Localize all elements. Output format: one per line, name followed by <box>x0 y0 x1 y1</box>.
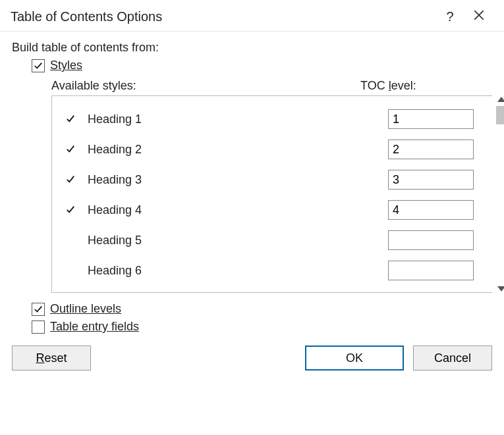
scroll-thumb[interactable] <box>496 106 504 124</box>
style-row: Heading 2 <box>57 134 487 165</box>
check-icon <box>66 113 75 126</box>
style-checkmark <box>57 173 84 187</box>
scroll-up-icon[interactable] <box>497 97 504 102</box>
outline-levels-row: Outline levels <box>32 302 492 316</box>
column-headers: Available styles: TOC level: <box>51 79 492 93</box>
toc-level-input[interactable] <box>388 140 474 159</box>
style-row: Heading 3 <box>57 165 487 195</box>
toc-level-input[interactable] <box>388 261 474 280</box>
style-row: Heading 1 <box>57 104 487 134</box>
style-checkmark <box>57 143 84 157</box>
toc-level-cell <box>388 200 487 220</box>
styles-checkbox-label: Styles <box>50 59 82 72</box>
check-icon <box>66 143 75 156</box>
style-row: Heading 6 <box>57 255 487 286</box>
button-bar: Reset OK Cancel <box>0 339 504 382</box>
close-icon <box>473 9 485 24</box>
title-bar: Table of Contents Options ? <box>0 0 504 32</box>
style-name: Heading 1 <box>84 113 388 126</box>
style-name: Heading 2 <box>84 143 388 157</box>
toc-level-cell <box>388 109 487 129</box>
table-entry-fields-label: Table entry fields <box>50 320 139 334</box>
toc-level-cell <box>388 261 487 280</box>
style-checkmark <box>57 203 84 217</box>
check-icon <box>66 203 75 217</box>
toc-level-cell <box>388 170 487 190</box>
styles-checkbox-row: Styles <box>32 59 492 72</box>
styles-checkbox[interactable] <box>32 59 45 72</box>
toc-level-input[interactable] <box>388 109 474 129</box>
styles-list-wrap: Heading 1Heading 2Heading 3Heading 4Head… <box>51 95 492 293</box>
dialog-content: Build table of contents from: Styles Ava… <box>0 32 504 339</box>
styles-list: Heading 1Heading 2Heading 3Heading 4Head… <box>51 95 492 293</box>
style-row: Heading 4 <box>57 195 487 225</box>
available-styles-header: Available styles: <box>51 79 360 93</box>
ok-button[interactable]: OK <box>305 345 404 371</box>
cancel-button[interactable]: Cancel <box>413 345 492 371</box>
dialog-title: Table of Contents Options <box>11 9 435 24</box>
toc-level-cell <box>388 230 487 250</box>
outline-levels-label: Outline levels <box>50 302 121 316</box>
style-name: Heading 4 <box>84 203 388 217</box>
check-icon <box>34 305 43 314</box>
scroll-down-icon[interactable] <box>497 286 504 292</box>
instruction-text: Build table of contents from: <box>12 41 492 55</box>
toc-level-input[interactable] <box>388 230 474 250</box>
style-checkmark <box>57 113 84 126</box>
check-icon <box>34 61 43 70</box>
style-name: Heading 6 <box>84 264 388 278</box>
reset-button[interactable]: Reset <box>12 345 91 371</box>
table-entry-fields-row: Table entry fields <box>32 320 492 334</box>
table-entry-fields-checkbox[interactable] <box>32 320 45 334</box>
style-row: Heading 5 <box>57 225 487 255</box>
style-name: Heading 3 <box>84 173 388 187</box>
toc-level-cell <box>388 140 487 159</box>
help-button[interactable]: ? <box>435 9 464 24</box>
outline-levels-checkbox[interactable] <box>32 303 45 316</box>
toc-level-input[interactable] <box>388 200 474 220</box>
close-button[interactable] <box>464 9 493 24</box>
toc-level-input[interactable] <box>388 170 474 190</box>
scrollbar[interactable] <box>495 95 504 293</box>
toc-level-header: TOC level: <box>360 79 492 93</box>
check-icon <box>66 173 75 186</box>
style-name: Heading 5 <box>84 234 388 247</box>
